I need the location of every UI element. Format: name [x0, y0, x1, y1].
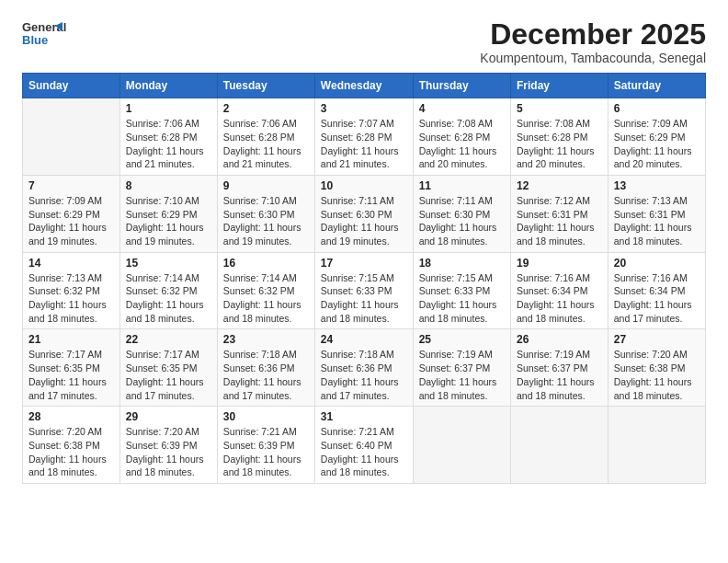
day-cell: 22Sunrise: 7:17 AMSunset: 6:35 PMDayligh… — [119, 329, 217, 407]
day-cell — [510, 407, 608, 484]
calendar-table: SundayMondayTuesdayWednesdayThursdayFrid… — [22, 73, 706, 484]
day-cell: 18Sunrise: 7:15 AMSunset: 6:33 PMDayligh… — [413, 252, 510, 329]
day-cell: 27Sunrise: 7:20 AMSunset: 6:38 PMDayligh… — [608, 329, 705, 407]
day-info: Sunrise: 7:06 AMSunset: 6:28 PMDaylight:… — [223, 117, 309, 171]
day-number: 4 — [419, 102, 505, 115]
day-cell: 24Sunrise: 7:18 AMSunset: 6:36 PMDayligh… — [314, 329, 413, 407]
day-cell: 9Sunrise: 7:10 AMSunset: 6:30 PMDaylight… — [217, 175, 314, 252]
day-info: Sunrise: 7:13 AMSunset: 6:31 PMDaylight:… — [614, 194, 700, 248]
day-cell — [23, 98, 120, 176]
day-number: 25 — [419, 333, 505, 346]
day-number: 27 — [614, 333, 700, 346]
day-info: Sunrise: 7:12 AMSunset: 6:31 PMDaylight:… — [517, 194, 602, 248]
day-number: 24 — [321, 333, 407, 346]
day-info: Sunrise: 7:09 AMSunset: 6:29 PMDaylight:… — [614, 117, 700, 171]
day-cell: 8Sunrise: 7:10 AMSunset: 6:29 PMDaylight… — [119, 175, 217, 252]
col-header-thursday: Thursday — [413, 74, 510, 98]
day-number: 12 — [517, 179, 602, 192]
day-number: 21 — [28, 333, 114, 346]
day-cell: 5Sunrise: 7:08 AMSunset: 6:28 PMDaylight… — [510, 98, 608, 176]
day-number: 3 — [321, 102, 407, 115]
day-info: Sunrise: 7:08 AMSunset: 6:28 PMDaylight:… — [517, 117, 602, 171]
location: Koumpentoum, Tambacounda, Senegal — [480, 51, 706, 65]
logo: General Blue — [22, 18, 66, 48]
title-block: December 2025 Koumpentoum, Tambacounda, … — [480, 18, 706, 65]
col-header-monday: Monday — [119, 74, 217, 98]
day-number: 7 — [28, 179, 114, 192]
col-header-tuesday: Tuesday — [217, 74, 314, 98]
day-number: 8 — [126, 179, 211, 192]
day-info: Sunrise: 7:19 AMSunset: 6:37 PMDaylight:… — [419, 348, 505, 402]
day-number: 18 — [419, 257, 505, 270]
col-header-wednesday: Wednesday — [314, 74, 413, 98]
day-info: Sunrise: 7:21 AMSunset: 6:40 PMDaylight:… — [321, 425, 407, 479]
day-info: Sunrise: 7:15 AMSunset: 6:33 PMDaylight:… — [321, 271, 407, 326]
day-number: 17 — [321, 257, 407, 270]
day-cell: 31Sunrise: 7:21 AMSunset: 6:40 PMDayligh… — [314, 407, 413, 484]
day-info: Sunrise: 7:18 AMSunset: 6:36 PMDaylight:… — [321, 348, 407, 402]
week-row-4: 21Sunrise: 7:17 AMSunset: 6:35 PMDayligh… — [23, 329, 706, 407]
day-number: 2 — [223, 102, 309, 115]
day-cell: 23Sunrise: 7:18 AMSunset: 6:36 PMDayligh… — [217, 329, 314, 407]
day-cell: 26Sunrise: 7:19 AMSunset: 6:37 PMDayligh… — [510, 329, 608, 407]
day-info: Sunrise: 7:17 AMSunset: 6:35 PMDaylight:… — [28, 348, 114, 402]
day-cell: 4Sunrise: 7:08 AMSunset: 6:28 PMDaylight… — [413, 98, 510, 176]
day-number: 19 — [517, 257, 602, 270]
day-info: Sunrise: 7:08 AMSunset: 6:28 PMDaylight:… — [419, 117, 505, 171]
day-info: Sunrise: 7:16 AMSunset: 6:34 PMDaylight:… — [517, 271, 602, 326]
month-title: December 2025 — [480, 18, 706, 51]
day-cell: 12Sunrise: 7:12 AMSunset: 6:31 PMDayligh… — [510, 175, 608, 252]
day-info: Sunrise: 7:17 AMSunset: 6:35 PMDaylight:… — [126, 348, 211, 402]
day-cell: 3Sunrise: 7:07 AMSunset: 6:28 PMDaylight… — [314, 98, 413, 176]
day-cell: 28Sunrise: 7:20 AMSunset: 6:38 PMDayligh… — [23, 407, 120, 484]
day-number: 9 — [223, 179, 309, 192]
day-cell: 21Sunrise: 7:17 AMSunset: 6:35 PMDayligh… — [23, 329, 120, 407]
day-cell: 13Sunrise: 7:13 AMSunset: 6:31 PMDayligh… — [608, 175, 705, 252]
day-cell: 14Sunrise: 7:13 AMSunset: 6:32 PMDayligh… — [23, 252, 120, 329]
day-info: Sunrise: 7:16 AMSunset: 6:34 PMDaylight:… — [614, 271, 700, 326]
svg-text:Blue: Blue — [22, 33, 48, 47]
day-info: Sunrise: 7:15 AMSunset: 6:33 PMDaylight:… — [419, 271, 505, 326]
day-info: Sunrise: 7:19 AMSunset: 6:37 PMDaylight:… — [517, 348, 602, 402]
calendar-body: 1Sunrise: 7:06 AMSunset: 6:28 PMDaylight… — [23, 98, 706, 484]
day-cell: 2Sunrise: 7:06 AMSunset: 6:28 PMDaylight… — [217, 98, 314, 176]
day-info: Sunrise: 7:06 AMSunset: 6:28 PMDaylight:… — [126, 117, 211, 171]
day-number: 16 — [223, 257, 309, 270]
day-number: 13 — [614, 179, 700, 192]
day-cell: 25Sunrise: 7:19 AMSunset: 6:37 PMDayligh… — [413, 329, 510, 407]
day-cell: 10Sunrise: 7:11 AMSunset: 6:30 PMDayligh… — [314, 175, 413, 252]
day-number: 14 — [28, 257, 114, 270]
day-number: 26 — [517, 333, 602, 346]
calendar-header-row: SundayMondayTuesdayWednesdayThursdayFrid… — [23, 74, 706, 98]
day-info: Sunrise: 7:20 AMSunset: 6:38 PMDaylight:… — [28, 425, 114, 479]
day-number: 5 — [517, 102, 602, 115]
day-number: 11 — [419, 179, 505, 192]
week-row-3: 14Sunrise: 7:13 AMSunset: 6:32 PMDayligh… — [23, 252, 706, 329]
day-info: Sunrise: 7:09 AMSunset: 6:29 PMDaylight:… — [28, 194, 114, 248]
day-cell: 19Sunrise: 7:16 AMSunset: 6:34 PMDayligh… — [510, 252, 608, 329]
day-info: Sunrise: 7:18 AMSunset: 6:36 PMDaylight:… — [223, 348, 309, 402]
day-number: 23 — [223, 333, 309, 346]
logo-icon: General Blue — [22, 18, 66, 48]
day-info: Sunrise: 7:21 AMSunset: 6:39 PMDaylight:… — [223, 425, 309, 479]
day-number: 29 — [126, 410, 211, 423]
day-cell: 20Sunrise: 7:16 AMSunset: 6:34 PMDayligh… — [608, 252, 705, 329]
day-cell: 7Sunrise: 7:09 AMSunset: 6:29 PMDaylight… — [23, 175, 120, 252]
day-info: Sunrise: 7:14 AMSunset: 6:32 PMDaylight:… — [126, 271, 211, 326]
day-info: Sunrise: 7:11 AMSunset: 6:30 PMDaylight:… — [321, 194, 407, 248]
day-number: 30 — [223, 410, 309, 423]
day-info: Sunrise: 7:11 AMSunset: 6:30 PMDaylight:… — [419, 194, 505, 248]
day-info: Sunrise: 7:20 AMSunset: 6:38 PMDaylight:… — [614, 348, 700, 402]
day-number: 20 — [614, 257, 700, 270]
week-row-1: 1Sunrise: 7:06 AMSunset: 6:28 PMDaylight… — [23, 98, 706, 176]
day-cell — [608, 407, 705, 484]
page-header: General Blue December 2025 Koumpentoum, … — [22, 18, 706, 65]
day-cell: 11Sunrise: 7:11 AMSunset: 6:30 PMDayligh… — [413, 175, 510, 252]
day-number: 10 — [321, 179, 407, 192]
day-number: 15 — [126, 257, 211, 270]
week-row-5: 28Sunrise: 7:20 AMSunset: 6:38 PMDayligh… — [23, 407, 706, 484]
day-info: Sunrise: 7:07 AMSunset: 6:28 PMDaylight:… — [321, 117, 407, 171]
col-header-sunday: Sunday — [23, 74, 120, 98]
week-row-2: 7Sunrise: 7:09 AMSunset: 6:29 PMDaylight… — [23, 175, 706, 252]
day-cell: 17Sunrise: 7:15 AMSunset: 6:33 PMDayligh… — [314, 252, 413, 329]
